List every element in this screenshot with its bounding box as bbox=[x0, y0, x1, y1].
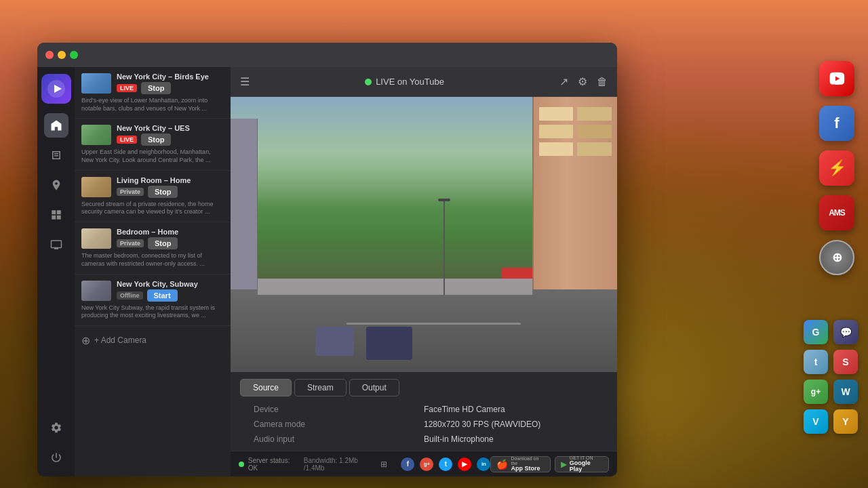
tab-stream[interactable]: Stream bbox=[294, 379, 347, 396]
social-icon-youtube[interactable]: ▶ bbox=[458, 458, 471, 471]
top-bar: ☰ LIVE on YouTube ↗ ⚙ 🗑 bbox=[231, 67, 617, 97]
google-play-button[interactable]: ▶ GET IT ON Google Play bbox=[555, 456, 609, 472]
share-icon[interactable]: ↗ bbox=[559, 75, 568, 88]
app-window: New York City – Birds Eye LIVE Stop Bird… bbox=[37, 43, 617, 476]
desktop-icon-ams[interactable]: AMS bbox=[819, 195, 854, 230]
camera-item-living-room[interactable]: Living Room – Home Private Stop Secured … bbox=[75, 171, 231, 222]
tab-output[interactable]: Output bbox=[349, 379, 399, 396]
social-icon-googleplus[interactable]: g+ bbox=[420, 458, 433, 471]
stop-button-bedroom[interactable]: Stop bbox=[148, 237, 178, 249]
social-icon-twitter[interactable]: t bbox=[439, 458, 452, 471]
store-buttons: 🍎 Download on the App Store ▶ GET IT ON … bbox=[490, 456, 609, 472]
stop-button-nyc-ues[interactable]: Stop bbox=[141, 134, 171, 146]
apple-icon: 🍎 bbox=[496, 459, 508, 470]
stop-button-nyc-birds-eye[interactable]: Stop bbox=[141, 82, 171, 94]
sidebar-icon-settings[interactable] bbox=[44, 415, 68, 440]
desktop-icon-youtube[interactable] bbox=[819, 61, 854, 96]
bandwidth-text: Bandwidth: 1.2Mb /1.4Mb bbox=[304, 457, 378, 472]
social-icon-facebook[interactable]: f bbox=[401, 458, 414, 471]
start-button-nyc-subway[interactable]: Start bbox=[147, 289, 178, 302]
add-camera-icon: ⊕ bbox=[81, 334, 90, 347]
camera-name-living-room: Living Room – Home bbox=[117, 176, 224, 184]
status-badge-nyc-ues: LIVE bbox=[117, 136, 137, 144]
camera-mode-label: Camera mode bbox=[254, 420, 424, 429]
add-camera-label: + Add Camera bbox=[94, 336, 146, 345]
trash-icon[interactable]: 🗑 bbox=[597, 76, 608, 88]
status-badge-nyc-subway: Offline bbox=[117, 291, 143, 300]
google-play-text: GET IT ON Google Play bbox=[570, 455, 603, 472]
status-bar: Server status: OK Bandwidth: 1.2Mb /1.4M… bbox=[231, 451, 617, 476]
desktop-small-icon-wordpress[interactable]: W bbox=[833, 380, 858, 404]
camera-list-panel: New York City – Birds Eye LIVE Stop Bird… bbox=[75, 67, 231, 476]
video-car-2 bbox=[315, 327, 354, 356]
camera-name-nyc-subway: New York City, Subway bbox=[117, 280, 224, 288]
video-car-1 bbox=[366, 327, 412, 360]
source-info: Device FaceTime HD Camera Camera mode 12… bbox=[240, 405, 608, 444]
desktop-icons-panel: f ⚡ AMS ⊕ bbox=[819, 61, 854, 275]
status-badge-living-room: Private bbox=[117, 188, 144, 196]
sidebar-icon-book[interactable] bbox=[44, 143, 68, 167]
camera-thumbnail-nyc-subway bbox=[81, 281, 111, 301]
bottom-panel: Source Stream Output Device FaceTime HD … bbox=[231, 372, 617, 451]
camera-name-nyc-birds-eye: New York City – Birds Eye bbox=[117, 73, 224, 81]
sidebar-icon-tv[interactable] bbox=[44, 232, 68, 257]
desktop-small-icon-google[interactable]: G bbox=[804, 320, 828, 344]
audio-input-value: Built-in Microphone bbox=[424, 434, 594, 444]
sidebar-icons bbox=[37, 67, 75, 476]
app-store-sub: Download on the bbox=[511, 456, 544, 466]
video-awning bbox=[501, 268, 532, 279]
settings-icon[interactable]: ⚙ bbox=[578, 75, 587, 88]
camera-item-nyc-birds-eye[interactable]: New York City – Birds Eye LIVE Stop Bird… bbox=[75, 67, 231, 119]
building-windows bbox=[534, 97, 617, 166]
video-road bbox=[231, 289, 617, 372]
camera-item-nyc-ues[interactable]: New York City – UES LIVE Stop Upper East… bbox=[75, 119, 231, 170]
camera-desc-bedroom: The master bedroom, connected to my list… bbox=[81, 252, 224, 268]
add-camera-button[interactable]: ⊕ + Add Camera bbox=[75, 326, 231, 355]
desktop-icons-small-panel: G 💬 t S g+ W V Y bbox=[804, 320, 858, 434]
maximize-button[interactable] bbox=[70, 51, 78, 59]
desktop-icon-facebook[interactable]: f bbox=[819, 106, 854, 141]
sidebar-icon-grid[interactable] bbox=[44, 203, 68, 227]
sidebar-icon-location[interactable] bbox=[44, 173, 68, 197]
road-lane-line bbox=[347, 323, 521, 325]
camera-thumbnail-nyc-ues bbox=[81, 125, 111, 145]
live-status-text: LIVE on YouTube bbox=[376, 77, 444, 87]
sidebar-icon-power[interactable] bbox=[44, 445, 68, 470]
desktop-small-icon-google2[interactable]: g+ bbox=[804, 380, 828, 404]
live-indicator: LIVE on YouTube bbox=[365, 77, 444, 87]
camera-thumbnail-nyc-birds-eye bbox=[81, 73, 111, 94]
camera-item-nyc-subway[interactable]: New York City, Subway Offline Start New … bbox=[75, 274, 231, 326]
google-play-icon: ▶ bbox=[561, 460, 567, 469]
social-icon-linkedin[interactable]: in bbox=[477, 458, 490, 471]
desktop-small-icon-stumble[interactable]: S bbox=[833, 350, 858, 374]
stop-button-living-room[interactable]: Stop bbox=[148, 186, 178, 198]
tab-source[interactable]: Source bbox=[240, 379, 292, 396]
desktop-small-icon-tumblr[interactable]: t bbox=[804, 350, 828, 374]
camera-thumbnail-living-room bbox=[81, 177, 111, 197]
server-status: Server status: OK bbox=[239, 457, 300, 472]
server-status-label: Server status: OK bbox=[248, 457, 290, 472]
desktop-icon-lightning[interactable]: ⚡ bbox=[819, 150, 854, 186]
right-panel: ☰ LIVE on YouTube ↗ ⚙ 🗑 bbox=[231, 67, 617, 476]
app-store-text: Download on the App Store bbox=[511, 456, 544, 472]
bandwidth-icon: ⊞ bbox=[380, 460, 387, 469]
live-dot bbox=[365, 79, 372, 85]
desktop-small-icon-yahoo[interactable]: Y bbox=[833, 409, 858, 434]
device-value: FaceTime HD Camera bbox=[424, 405, 594, 414]
app-logo[interactable] bbox=[41, 74, 71, 104]
sidebar-icon-home[interactable] bbox=[44, 113, 68, 138]
menu-icon[interactable]: ☰ bbox=[240, 75, 250, 88]
desktop-icon-target[interactable]: ⊕ bbox=[819, 240, 854, 275]
app-store-button[interactable]: 🍎 Download on the App Store bbox=[490, 456, 550, 472]
desktop-small-icon-vimeo[interactable]: V bbox=[804, 409, 828, 434]
camera-desc-living-room: Secured stream of a private residence, t… bbox=[81, 201, 224, 216]
device-label: Device bbox=[254, 405, 424, 414]
desktop-small-icon-message[interactable]: 💬 bbox=[833, 320, 858, 344]
minimize-button[interactable] bbox=[58, 51, 66, 59]
social-icons: f g+ t ▶ in bbox=[401, 458, 490, 471]
server-status-dot bbox=[239, 462, 244, 467]
title-bar bbox=[37, 43, 617, 67]
main-content: New York City – Birds Eye LIVE Stop Bird… bbox=[37, 67, 617, 476]
close-button[interactable] bbox=[45, 51, 54, 59]
camera-item-bedroom[interactable]: Bedroom – Home Private Stop The master b… bbox=[75, 222, 231, 274]
